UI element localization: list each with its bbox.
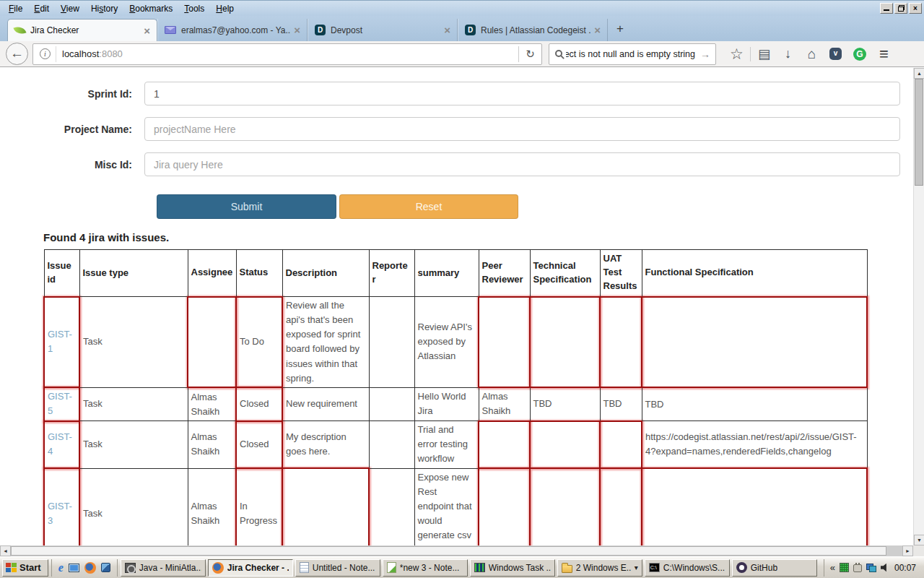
reload-button[interactable]: ↻ xyxy=(518,46,541,62)
new-tab-button[interactable]: + xyxy=(608,22,632,36)
bookmarks-panel-icon[interactable]: ▤ xyxy=(752,46,776,62)
search-bar[interactable]: object is not null and is empty string → xyxy=(549,43,716,65)
scroll-up-icon[interactable]: ▲ xyxy=(914,68,924,79)
tab-close-icon[interactable]: × xyxy=(294,24,300,36)
taskbar-button[interactable]: C:\Windows\S... xyxy=(645,559,730,577)
show-desktop-icon[interactable] xyxy=(69,564,79,572)
issue-cell xyxy=(479,297,530,388)
search-input[interactable]: object is not null and is empty string xyxy=(566,49,695,59)
close-button[interactable]: × xyxy=(909,3,922,14)
horizontal-scrollbar[interactable]: ◄ ► xyxy=(0,545,913,556)
scroll-right-icon[interactable]: ► xyxy=(902,545,913,556)
restore-icon xyxy=(898,5,905,12)
url-bar[interactable]: i localhost:8080 ↻ xyxy=(32,43,542,65)
taskbar-button-label: C:\Windows\S... xyxy=(663,563,725,573)
tab-close-icon[interactable]: × xyxy=(144,25,150,37)
issue-cell xyxy=(369,297,414,388)
sprint-id-row: Sprint Id: xyxy=(43,82,900,105)
scroll-down-icon[interactable]: ▼ xyxy=(914,535,924,545)
column-header: Description xyxy=(282,250,369,297)
home-icon[interactable]: ⌂ xyxy=(800,46,824,62)
notepad-icon xyxy=(300,562,309,573)
menu-file[interactable]: File xyxy=(3,2,28,15)
misc-id-input[interactable] xyxy=(144,152,900,176)
tab-2[interactable]: eralmas7@yahoo.com - Ya...× xyxy=(157,19,308,41)
volume-icon[interactable] xyxy=(881,564,889,572)
start-button[interactable]: Start xyxy=(2,559,48,577)
scroll-left-icon[interactable]: ◄ xyxy=(0,545,11,556)
tab-title: eralmas7@yahoo.com - Ya... xyxy=(181,25,291,35)
issue-link[interactable]: GIST-3 xyxy=(48,501,72,526)
internet-explorer-icon[interactable]: e xyxy=(58,562,64,574)
issue-cell xyxy=(530,468,600,545)
misc-id-row: Misc Id: xyxy=(43,152,900,176)
issue-row: GIST-5TaskAlmas ShaikhClosedNew requirem… xyxy=(44,387,867,420)
bookmark-star-icon[interactable]: ☆ xyxy=(725,46,749,63)
taskbar-button[interactable]: GitHub xyxy=(732,559,817,577)
menu-bookmarks[interactable]: Bookmarks xyxy=(123,2,178,15)
issue-cell xyxy=(600,297,642,388)
issue-cell: Expose new Rest endpoint that would gene… xyxy=(414,468,479,545)
tab-1[interactable]: Jira Checker× xyxy=(7,19,157,41)
vertical-scroll-thumb[interactable] xyxy=(915,79,923,186)
site-info-icon[interactable]: i xyxy=(40,48,51,59)
system-tray: « 00:07 xyxy=(824,559,922,577)
issue-cell xyxy=(479,421,530,468)
tab-close-icon[interactable]: × xyxy=(444,24,450,36)
tab-close-icon[interactable]: × xyxy=(594,24,601,36)
issue-cell: Almas Shaikh xyxy=(479,387,530,420)
spring-leaf-icon xyxy=(14,25,27,36)
taskbar-button[interactable]: Untitled - Note... xyxy=(295,559,380,577)
firefox-icon[interactable] xyxy=(84,562,96,574)
network-icon[interactable] xyxy=(866,564,876,572)
horizontal-scroll-thumb[interactable] xyxy=(11,546,886,556)
tray-expand-icon[interactable]: « xyxy=(830,562,835,573)
taskbar-button[interactable]: Windows Task ... xyxy=(470,559,555,577)
issue-cell: In Progress xyxy=(236,468,282,545)
issue-link[interactable]: GIST-1 xyxy=(48,329,72,354)
back-button[interactable]: ← xyxy=(6,43,28,65)
url-text[interactable]: localhost:8080 xyxy=(56,46,518,62)
menu-tools[interactable]: Tools xyxy=(178,2,210,15)
github-icon xyxy=(736,562,747,573)
issue-cell xyxy=(530,421,600,468)
tab-3[interactable]: Devpost× xyxy=(308,19,458,41)
issue-link[interactable]: GIST-5 xyxy=(48,391,72,416)
tray-app-icon[interactable] xyxy=(840,563,849,572)
issue-cell: TBD xyxy=(530,387,600,420)
issue-link[interactable]: GIST-4 xyxy=(48,431,72,457)
pocket-icon[interactable]: v xyxy=(829,48,842,60)
vertical-scrollbar[interactable]: ▲ ▼ xyxy=(913,68,924,545)
restore-button[interactable] xyxy=(894,3,907,14)
downloads-icon[interactable]: ↓ xyxy=(776,46,800,61)
column-header: Reporter xyxy=(369,250,414,297)
minimize-button[interactable] xyxy=(880,3,893,14)
menu-edit[interactable]: Edit xyxy=(28,2,55,15)
taskbar-button[interactable]: *new 3 - Note... xyxy=(383,559,468,577)
submit-button[interactable]: Submit xyxy=(157,194,336,219)
search-go-icon[interactable]: → xyxy=(695,48,715,60)
reset-button[interactable]: Reset xyxy=(339,194,518,219)
issue-cell: Almas Shaikh xyxy=(188,421,236,468)
column-header: Issue type xyxy=(79,250,188,297)
project-name-input[interactable] xyxy=(144,117,900,141)
menu-history[interactable]: History xyxy=(85,2,123,15)
taskbar-button[interactable]: 2 Windows E...▾ xyxy=(557,559,642,577)
sprint-id-input[interactable] xyxy=(144,82,900,105)
taskbar-button[interactable]: Jira Checker - ... xyxy=(208,559,293,577)
hamburger-menu-icon[interactable]: ≡ xyxy=(872,45,896,64)
issue-cell xyxy=(369,387,414,420)
taskbar-button-label: Java - MiniAtla... xyxy=(139,563,201,573)
issue-cell: TBD xyxy=(642,387,867,420)
power-plug-icon[interactable] xyxy=(853,564,862,572)
menu-help[interactable]: Help xyxy=(210,2,240,15)
menu-view[interactable]: View xyxy=(55,2,85,15)
tab-4[interactable]: Rules | Atlassian Codegeist ...× xyxy=(458,19,608,41)
virtualbox-icon[interactable] xyxy=(101,563,110,572)
issue-cell xyxy=(642,297,867,388)
group-dropdown-icon[interactable]: ▾ xyxy=(635,564,638,571)
quick-launch-bar: e xyxy=(51,559,118,577)
taskbar-button[interactable]: Java - MiniAtla... xyxy=(121,559,206,577)
grammarly-icon[interactable]: G xyxy=(853,48,866,61)
close-icon: × xyxy=(913,4,918,12)
